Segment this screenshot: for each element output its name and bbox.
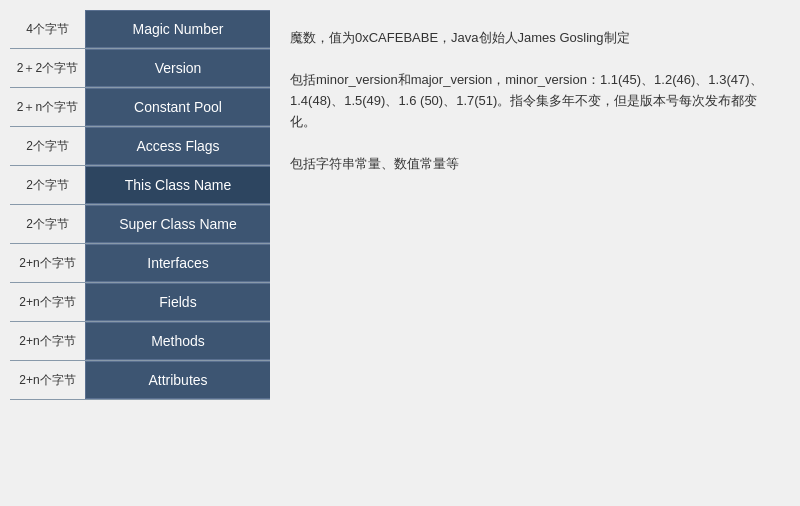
size-cell-access-flags: 2个字节 bbox=[10, 127, 85, 165]
desc-magic-text: 魔数，值为0xCAFEBABE，Java创始人James Gosling制定 bbox=[290, 28, 630, 49]
table-row: 2+n个字节 Fields bbox=[10, 283, 270, 322]
name-cell-magic[interactable]: Magic Number bbox=[85, 10, 270, 48]
size-cell-version: 2＋2个字节 bbox=[10, 49, 85, 87]
table-section: 4个字节 Magic Number 2＋2个字节 Version 2＋n个字节 … bbox=[10, 10, 270, 496]
name-cell-version[interactable]: Version bbox=[85, 49, 270, 87]
size-cell-interfaces: 2+n个字节 bbox=[10, 244, 85, 282]
desc-const-pool-text: 包括字符串常量、数值常量等 bbox=[290, 154, 459, 175]
size-cell-constant-pool: 2＋n个字节 bbox=[10, 88, 85, 126]
name-cell-constant-pool[interactable]: Constant Pool bbox=[85, 88, 270, 126]
name-cell-access-flags[interactable]: Access Flags bbox=[85, 127, 270, 165]
size-cell-fields: 2+n个字节 bbox=[10, 283, 85, 321]
size-cell-this-name: 2个字节 bbox=[10, 166, 85, 204]
table-row: 2个字节 Access Flags bbox=[10, 127, 270, 166]
table-row: 2＋2个字节 Version bbox=[10, 49, 270, 88]
table-row: 2＋n个字节 Constant Pool bbox=[10, 88, 270, 127]
name-cell-fields[interactable]: Fields bbox=[85, 283, 270, 321]
desc-magic: 魔数，值为0xCAFEBABE，Java创始人James Gosling制定 bbox=[290, 20, 770, 66]
size-cell-attributes: 2+n个字节 bbox=[10, 361, 85, 399]
table-row: 2个字节 Super Class Name bbox=[10, 205, 270, 244]
name-cell-this-name[interactable]: This Class Name bbox=[85, 166, 270, 204]
name-cell-methods[interactable]: Methods bbox=[85, 322, 270, 360]
main-container: 4个字节 Magic Number 2＋2个字节 Version 2＋n个字节 … bbox=[10, 10, 790, 496]
size-cell-magic: 4个字节 bbox=[10, 10, 85, 48]
name-cell-interfaces[interactable]: Interfaces bbox=[85, 244, 270, 282]
table-row: 2+n个字节 Interfaces bbox=[10, 244, 270, 283]
name-cell-super-class[interactable]: Super Class Name bbox=[85, 205, 270, 243]
size-cell-methods: 2+n个字节 bbox=[10, 322, 85, 360]
desc-version: 包括minor_version和major_version，minor_vers… bbox=[290, 66, 770, 146]
name-cell-attributes[interactable]: Attributes bbox=[85, 361, 270, 399]
desc-version-text: 包括minor_version和major_version，minor_vers… bbox=[290, 70, 770, 132]
table-row: 2个字节 This Class Name bbox=[10, 166, 270, 205]
size-cell-super-class: 2个字节 bbox=[10, 205, 85, 243]
descriptions-panel: 魔数，值为0xCAFEBABE，Java创始人James Gosling制定 包… bbox=[270, 10, 790, 496]
table-row: 2+n个字节 Attributes bbox=[10, 361, 270, 400]
table-row: 4个字节 Magic Number bbox=[10, 10, 270, 49]
desc-const-pool: 包括字符串常量、数值常量等 bbox=[290, 146, 770, 192]
table-row: 2+n个字节 Methods bbox=[10, 322, 270, 361]
